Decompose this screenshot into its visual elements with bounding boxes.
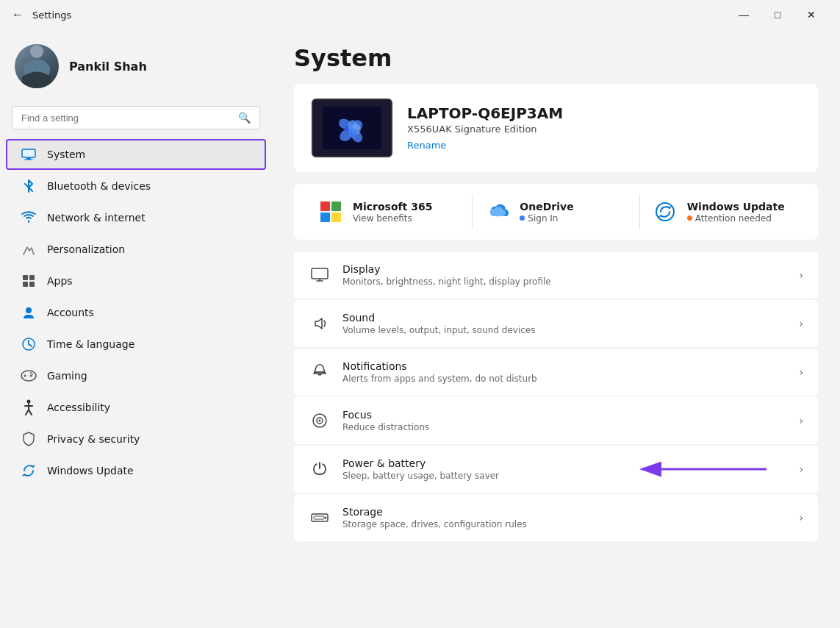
close-button[interactable]: ✕ — [794, 3, 828, 26]
storage-icon — [309, 507, 331, 529]
display-icon — [309, 264, 331, 286]
search-container: 🔍 — [0, 100, 272, 138]
svg-point-21 — [656, 203, 674, 221]
svg-rect-3 — [22, 149, 35, 157]
storage-title: Storage — [342, 506, 787, 518]
minimize-button[interactable]: — — [727, 3, 761, 26]
sidebar-item-personalization[interactable]: Personalization — [6, 234, 266, 265]
sidebar-item-gaming[interactable]: Gaming — [6, 360, 266, 391]
user-name: Pankil Shah — [69, 60, 147, 74]
back-button[interactable]: ← — [12, 8, 24, 21]
svg-point-10 — [26, 307, 32, 313]
user-profile: Pankil Shah — [0, 29, 272, 100]
device-info-card: LAPTOP-Q6EJP3AM X556UAK Signature Editio… — [294, 84, 818, 172]
onedrive-icon — [484, 199, 511, 225]
settings-item-storage[interactable]: Storage Storage space, drives, configura… — [294, 494, 818, 541]
onedrive-dot — [520, 215, 525, 221]
sound-icon — [309, 313, 331, 335]
maximize-button[interactable]: □ — [761, 3, 794, 26]
svg-point-25 — [319, 420, 321, 422]
device-thumbnail — [312, 99, 392, 157]
update-icon — [21, 463, 37, 479]
quick-link-winupdate[interactable]: Windows Update Attention needed — [646, 194, 800, 229]
notifications-title: Notifications — [342, 360, 787, 372]
quick-links-row: Microsoft 365 View benefits OneDrive Sig… — [294, 184, 818, 240]
settings-item-display[interactable]: Display Monitors, brightness, night ligh… — [294, 251, 818, 299]
svg-rect-7 — [29, 275, 35, 280]
sidebar-item-accessibility-label: Accessibility — [47, 402, 110, 413]
svg-point-15 — [27, 400, 31, 404]
title-bar-controls: — □ ✕ — [727, 3, 828, 26]
sidebar-item-system[interactable]: System — [6, 139, 266, 170]
accessibility-icon — [21, 399, 37, 415]
quick-link-onedrive[interactable]: OneDrive Sign In — [478, 194, 639, 229]
sidebar-item-accounts[interactable]: Accounts — [6, 297, 266, 328]
power-chevron-icon: › — [799, 463, 803, 475]
sidebar-item-network[interactable]: Network & internet — [6, 202, 266, 233]
bluetooth-icon — [21, 178, 37, 194]
app-container: Pankil Shah 🔍 System — [0, 29, 840, 628]
device-name: LAPTOP-Q6EJP3AM — [407, 104, 800, 122]
sound-sub: Volume levels, output, input, sound devi… — [342, 325, 787, 335]
title-bar-title: Settings — [32, 10, 71, 21]
title-bar: ← Settings — □ ✕ — [0, 0, 840, 29]
svg-rect-6 — [23, 275, 28, 280]
ms365-subtitle: View benefits — [353, 213, 432, 224]
sidebar-item-privacy-label: Privacy & security — [47, 433, 140, 445]
sidebar-item-time-label: Time & language — [47, 338, 134, 350]
sidebar-item-apps[interactable]: Apps — [6, 265, 266, 296]
onedrive-text: OneDrive Sign In — [520, 201, 573, 224]
svg-point-0 — [30, 45, 43, 58]
nav-list: System Bluetooth & devices — [0, 138, 272, 487]
sidebar-item-personalization-label: Personalization — [47, 243, 125, 255]
storage-sub: Storage space, drives, configuration rul… — [342, 519, 787, 529]
rename-link[interactable]: Rename — [407, 140, 446, 151]
sidebar-item-update[interactable]: Windows Update — [6, 455, 266, 486]
sound-text: Sound Volume levels, output, input, soun… — [342, 312, 787, 335]
network-icon — [21, 210, 37, 226]
sidebar-item-system-label: System — [47, 149, 85, 160]
sound-chevron-icon: › — [799, 318, 803, 329]
ms365-text: Microsoft 365 View benefits — [353, 201, 432, 224]
system-icon — [21, 146, 37, 163]
winupdate-subtitle: Attention needed — [687, 213, 785, 224]
svg-rect-5 — [24, 160, 33, 160]
winupdate-text: Windows Update Attention needed — [687, 201, 785, 224]
settings-list: Display Monitors, brightness, night ligh… — [294, 251, 818, 541]
storage-text: Storage Storage space, drives, configura… — [342, 506, 787, 529]
settings-item-notifications[interactable]: Notifications Alerts from apps and syste… — [294, 349, 818, 396]
page-title: System — [294, 44, 818, 72]
search-input[interactable] — [21, 113, 232, 124]
power-sub: Sleep, battery usage, battery saver — [342, 471, 787, 481]
accounts-icon — [21, 304, 37, 321]
avatar-image — [15, 44, 59, 88]
settings-item-sound[interactable]: Sound Volume levels, output, input, soun… — [294, 300, 818, 347]
search-box[interactable]: 🔍 — [12, 106, 260, 129]
sidebar-item-privacy[interactable]: Privacy & security — [6, 424, 266, 454]
personalization-icon — [21, 241, 37, 257]
title-bar-left: ← Settings — [12, 8, 71, 21]
power-title: Power & battery — [342, 457, 787, 469]
settings-item-focus[interactable]: Focus Reduce distractions › — [294, 397, 818, 444]
sidebar-item-accessibility[interactable]: Accessibility — [6, 392, 266, 423]
svg-point-29 — [325, 517, 327, 519]
sidebar: Pankil Shah 🔍 System — [0, 29, 272, 628]
focus-text: Focus Reduce distractions — [342, 409, 787, 432]
sidebar-item-accounts-label: Accounts — [47, 307, 94, 318]
display-sub: Monitors, brightness, night light, displ… — [342, 276, 787, 287]
main-content: System LAPTOP-Q6EJP3AM — [272, 29, 840, 628]
sidebar-item-time[interactable]: Time & language — [6, 329, 266, 360]
storage-chevron-icon: › — [799, 512, 803, 524]
svg-rect-9 — [29, 282, 35, 287]
quick-link-ms365[interactable]: Microsoft 365 View benefits — [312, 194, 473, 229]
settings-item-power[interactable]: Power & battery Sleep, battery usage, ba… — [294, 446, 818, 493]
sidebar-item-update-label: Windows Update — [47, 465, 134, 477]
svg-rect-22 — [312, 268, 328, 279]
ms365-icon — [317, 199, 344, 225]
sidebar-item-bluetooth[interactable]: Bluetooth & devices — [6, 171, 266, 201]
display-title: Display — [342, 263, 787, 275]
notifications-text: Notifications Alerts from apps and syste… — [342, 360, 787, 384]
notifications-icon — [309, 361, 331, 383]
svg-rect-28 — [314, 516, 324, 519]
focus-sub: Reduce distractions — [342, 422, 787, 432]
